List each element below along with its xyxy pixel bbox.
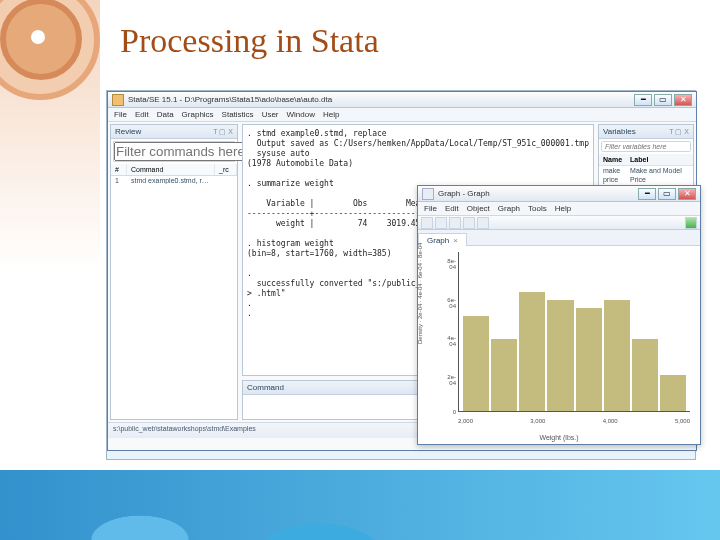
gmenu-help[interactable]: Help <box>555 204 571 213</box>
histogram-bar <box>660 375 686 411</box>
minimize-button[interactable]: ━ <box>634 94 652 106</box>
close-button[interactable]: ✕ <box>674 94 692 106</box>
stata-titlebar: Stata/SE 15.1 - D:\Programs\Stata15\ado\… <box>108 92 696 108</box>
review-col-rc[interactable]: _rc <box>215 164 237 175</box>
gmenu-graph[interactable]: Graph <box>498 204 520 213</box>
histogram-bar <box>491 339 517 411</box>
graph-close-button[interactable]: ✕ <box>678 188 696 200</box>
menu-user[interactable]: User <box>262 110 279 119</box>
gmenu-tools[interactable]: Tools <box>528 204 547 213</box>
histogram-chart: Density · 2e-04 · 4e-04 · 6e-04 · 8e-04 … <box>418 246 700 442</box>
graph-maximize-button[interactable]: ▭ <box>658 188 676 200</box>
var-label: Price <box>626 175 693 184</box>
variables-title: Variables <box>603 127 636 136</box>
toolbar-save-icon[interactable] <box>435 217 447 229</box>
menu-file[interactable]: File <box>114 110 127 119</box>
variable-row[interactable]: pricePrice <box>599 175 693 184</box>
xtick: 5,000 <box>675 418 690 424</box>
review-col-num[interactable]: # <box>111 164 127 175</box>
status-path: s:\public_web\stataworkshops\stmd\Exampl… <box>113 425 256 432</box>
review-row-num: 1 <box>115 177 131 184</box>
graph-window: Graph - Graph ━ ▭ ✕ File Edit Object Gra… <box>417 185 701 445</box>
ytick: 6e-04 <box>442 297 456 309</box>
toolbar-print-icon[interactable] <box>449 217 461 229</box>
ytick: 4e-04 <box>442 335 456 347</box>
menu-data[interactable]: Data <box>157 110 174 119</box>
graph-tab-close-icon[interactable]: × <box>453 236 458 245</box>
ytick: 0 <box>442 409 456 415</box>
review-col-cmd[interactable]: Command <box>127 164 215 175</box>
xtick: 2,000 <box>458 418 473 424</box>
menu-help[interactable]: Help <box>323 110 339 119</box>
stata-menubar: File Edit Data Graphics Statistics User … <box>108 108 696 122</box>
graph-app-icon <box>422 188 434 200</box>
histogram-bar <box>576 308 602 411</box>
menu-edit[interactable]: Edit <box>135 110 149 119</box>
review-panel: Review T ▢ X # Command _rc 1 <box>110 124 238 420</box>
menu-statistics[interactable]: Statistics <box>222 110 254 119</box>
menu-window[interactable]: Window <box>287 110 315 119</box>
variables-col-label[interactable]: Label <box>626 154 693 166</box>
histogram-bar <box>547 300 573 411</box>
graph-titlebar: Graph - Graph ━ ▭ ✕ <box>418 186 700 202</box>
var-label: Make and Model <box>626 166 693 176</box>
toolbar-copy-icon[interactable] <box>463 217 475 229</box>
graph-title: Graph - Graph <box>438 189 634 198</box>
gmenu-edit[interactable]: Edit <box>445 204 459 213</box>
review-title: Review <box>115 127 141 136</box>
var-name: price <box>599 175 626 184</box>
stata-title: Stata/SE 15.1 - D:\Programs\Stata15\ado\… <box>128 95 630 104</box>
toolbar-play-icon[interactable] <box>685 217 697 229</box>
toolbar-rename-icon[interactable] <box>477 217 489 229</box>
slide-bottom-wave <box>0 470 720 540</box>
gmenu-object[interactable]: Object <box>467 204 490 213</box>
command-title: Command <box>247 383 284 392</box>
chart-xlabel: Weight (lbs.) <box>418 434 700 441</box>
slide-left-decoration <box>0 0 100 540</box>
chart-ylabel: Density · 2e-04 · 4e-04 · 6e-04 · 8e-04 <box>417 243 423 344</box>
chart-yticks: 8e-04 6e-04 4e-04 2e-04 0 <box>442 252 456 412</box>
variables-filter-input[interactable] <box>602 142 690 151</box>
histogram-bar <box>519 292 545 411</box>
chart-xticks: 2,000 3,000 4,000 5,000 <box>458 418 690 424</box>
xtick: 3,000 <box>530 418 545 424</box>
slide-title: Processing in Stata <box>120 22 379 60</box>
ytick: 8e-04 <box>442 258 456 270</box>
stata-app-icon <box>112 94 124 106</box>
graph-minimize-button[interactable]: ━ <box>638 188 656 200</box>
graph-toolbar <box>418 216 700 230</box>
graph-tabrow: Graph × <box>418 230 700 246</box>
graph-tab-label: Graph <box>427 236 449 245</box>
histogram-bar <box>604 300 630 411</box>
maximize-button[interactable]: ▭ <box>654 94 672 106</box>
toolbar-open-icon[interactable] <box>421 217 433 229</box>
histogram-bar <box>632 339 658 411</box>
var-name: make <box>599 166 626 176</box>
review-row-rc <box>211 177 233 184</box>
ytick: 2e-04 <box>442 374 456 386</box>
xtick: 4,000 <box>603 418 618 424</box>
histogram-bar <box>463 316 489 411</box>
variables-pin-icons[interactable]: T ▢ X <box>669 128 689 136</box>
review-row[interactable]: 1 stmd example0.stmd, repla.. <box>111 176 237 185</box>
review-pin-icons[interactable]: T ▢ X <box>213 128 233 136</box>
review-row-cmd: stmd example0.stmd, repla.. <box>131 177 211 184</box>
graph-tab[interactable]: Graph × <box>418 233 467 246</box>
gmenu-file[interactable]: File <box>424 204 437 213</box>
variables-col-name[interactable]: Name <box>599 154 626 166</box>
screenshot-area: Stata/SE 15.1 - D:\Programs\Stata15\ado\… <box>106 90 696 460</box>
graph-menubar: File Edit Object Graph Tools Help <box>418 202 700 216</box>
menu-graphics[interactable]: Graphics <box>182 110 214 119</box>
variable-row[interactable]: makeMake and Model <box>599 166 693 176</box>
